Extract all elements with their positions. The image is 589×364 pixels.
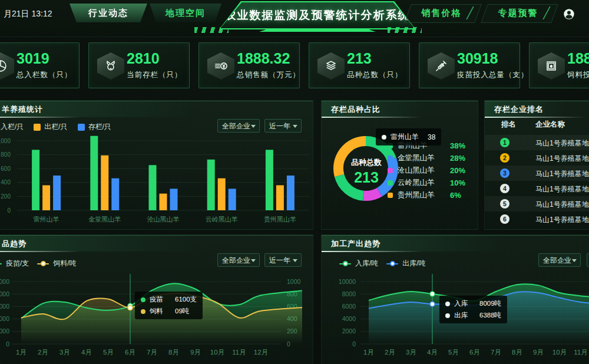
tab-geo-space[interactable]: 地理空间 bbox=[150, 4, 221, 22]
kpi-label: 品种总数（只） bbox=[347, 70, 403, 80]
bar-chart-legend: 入栏/只出栏/只存栏/只 bbox=[0, 122, 111, 132]
app-title-banner: 农业数据监测及预警统计分析系统 bbox=[219, 1, 416, 29]
donut-tooltip: 雷州山羊 38 bbox=[376, 128, 441, 145]
user-avatar-icon[interactable] bbox=[562, 8, 575, 21]
tab-label: 行业动态 bbox=[88, 8, 128, 18]
tooltip-dot bbox=[445, 302, 450, 306]
panel-title: 存栏企业排名 bbox=[485, 101, 589, 117]
layers-icon bbox=[317, 52, 345, 80]
panel-supply-trend: 品趋势 疫苗/支饲料/吨 全部企业 近一年 002000200400040060… bbox=[0, 234, 313, 364]
panel-stock-company-ranking: 存栏企业排名 排名 企业名称 1马山1号养殖基地2马山1号养殖基地3马山1号养殖… bbox=[484, 100, 589, 230]
tooltip-dot bbox=[141, 297, 145, 302]
filter-time-dropdown-clipped[interactable] bbox=[587, 253, 589, 267]
goat-icon bbox=[97, 52, 124, 80]
kpi-card: 2810当前存栏（只） bbox=[88, 42, 190, 88]
tooltip-row: 入库 8009吨 bbox=[445, 299, 501, 308]
panel-stock-breed-share: 存栏品种占比 品种总数 213 雷州山羊38%金堂黑山羊28%沧山黑山羊20%云… bbox=[321, 100, 478, 230]
tooltip-row: 出库 6388吨 bbox=[445, 311, 501, 320]
filter-company-dropdown[interactable]: 全部企业 bbox=[217, 253, 260, 267]
legend-line-marker bbox=[37, 263, 49, 264]
legend-label: 沧山黑山羊 bbox=[398, 166, 435, 176]
svg-text:8月: 8月 bbox=[512, 349, 522, 356]
svg-text:11月: 11月 bbox=[574, 349, 587, 356]
legend-percent: 28% bbox=[450, 154, 465, 163]
company-name: 马山1号养殖基地 bbox=[535, 154, 589, 164]
tooltip-dot bbox=[382, 135, 386, 140]
svg-text:贵州黑山羊: 贵州黑山羊 bbox=[264, 216, 296, 223]
legend-swatch bbox=[34, 124, 41, 131]
svg-text:0: 0 bbox=[7, 207, 11, 214]
app-title: 农业数据监测及预警统计分析系统 bbox=[220, 2, 415, 28]
syringe-icon bbox=[428, 52, 455, 80]
svg-text:400: 400 bbox=[1, 179, 11, 186]
legend-percent: 38% bbox=[450, 141, 465, 150]
svg-text:雷州山羊: 雷州山羊 bbox=[34, 216, 59, 223]
panel-header: 羊养殖统计 bbox=[0, 101, 313, 117]
svg-text:4月: 4月 bbox=[81, 349, 92, 356]
legend-item[interactable]: 存栏/只 bbox=[78, 122, 111, 132]
legend-swatch bbox=[388, 193, 393, 198]
kpi-label: 饲料投入 bbox=[567, 70, 589, 80]
legend-percent: 10% bbox=[450, 178, 465, 187]
coins-icon bbox=[207, 52, 234, 80]
tab-topic-warning[interactable]: 专题预警 bbox=[484, 8, 552, 19]
legend-item[interactable]: 出栏/只 bbox=[34, 122, 67, 132]
svg-text:200: 200 bbox=[1, 193, 11, 200]
tooltip-name: 雷州山羊 bbox=[391, 132, 419, 142]
donut-center-label: 品种总数 213 bbox=[333, 157, 399, 186]
kpi-card: 1888.32总销售额（万元） bbox=[198, 42, 300, 88]
legend-item[interactable]: 入库/吨 bbox=[339, 259, 378, 269]
legend-item[interactable]: 疫苗/支 bbox=[0, 259, 29, 269]
svg-text:6月: 6月 bbox=[469, 349, 480, 356]
legend-label: 存栏/只 bbox=[88, 122, 111, 132]
tooltip-row: 疫苗 6100支 bbox=[141, 295, 197, 304]
panel-header: 加工产出趋势 bbox=[322, 235, 589, 252]
filter-company-dropdown[interactable]: 全部企业 bbox=[538, 253, 581, 267]
app-title-banner-inner: 农业数据监测及预警统计分析系统 bbox=[220, 2, 415, 28]
legend-line-marker bbox=[0, 263, 2, 264]
donut-center-value: 213 bbox=[333, 169, 399, 186]
svg-text:1000: 1000 bbox=[287, 278, 301, 285]
svg-text:8000: 8000 bbox=[342, 290, 356, 297]
kpi-value: 2810 bbox=[127, 50, 160, 67]
legend-item[interactable]: 入栏/只 bbox=[0, 122, 24, 132]
svg-text:沧山黑山羊: 沧山黑山羊 bbox=[147, 216, 180, 223]
ranking-row: 1马山1号养殖基地 bbox=[485, 135, 589, 150]
tab-industry-news[interactable]: 行业动态 bbox=[70, 4, 147, 22]
panel-sheep-breeding-stats: 羊养殖统计 入栏/只出栏/只存栏/只 全部企业 近一年 020040060080… bbox=[0, 100, 313, 230]
legend-line-marker bbox=[386, 263, 398, 264]
filter-company-dropdown[interactable]: 全部企业 bbox=[217, 119, 260, 133]
svg-text:8月: 8月 bbox=[168, 349, 179, 356]
breeding-bar-chart[interactable]: 02004006008001000雷州山羊金堂黑山羊沧山黑山羊云岭黑山羊贵州黑山… bbox=[0, 135, 314, 229]
legend-item[interactable]: 饲料/吨 bbox=[37, 259, 76, 269]
panel-header: 存栏企业排名 bbox=[485, 101, 589, 117]
filter-time-dropdown[interactable]: 近一年 bbox=[264, 253, 302, 267]
tab-sales-price[interactable]: 销售价格 bbox=[408, 8, 475, 19]
panel-header: 品趋势 bbox=[0, 235, 313, 252]
kpi-value: 3019 bbox=[16, 50, 49, 67]
svg-text:0: 0 bbox=[6, 340, 9, 348]
svg-text:9月: 9月 bbox=[190, 349, 201, 356]
panel-title: 存栏品种占比 bbox=[322, 101, 478, 117]
rank-badge: 2 bbox=[500, 153, 509, 163]
column-company: 企业名称 bbox=[535, 120, 565, 130]
ranking-row: 5马山1号养殖基地 bbox=[485, 196, 589, 211]
filter-time-dropdown[interactable]: 近一年 bbox=[264, 119, 302, 133]
svg-text:2000: 2000 bbox=[342, 327, 356, 335]
svg-text:6000: 6000 bbox=[342, 303, 356, 310]
legend-item[interactable]: 出库/吨 bbox=[386, 259, 425, 269]
svg-text:金堂黑山羊: 金堂黑山羊 bbox=[88, 216, 121, 223]
feed-bag-icon bbox=[538, 52, 565, 80]
legend-label: 入栏/只 bbox=[1, 122, 24, 132]
svg-text:2月: 2月 bbox=[38, 349, 48, 356]
donut-legend-item[interactable]: 贵州黑山羊6% bbox=[388, 189, 435, 201]
kpi-label: 疫苗投入总量（支） bbox=[457, 70, 529, 80]
ranking-row: 2马山1号养殖基地 bbox=[485, 150, 589, 166]
svg-text:800: 800 bbox=[1, 151, 11, 158]
legend-percent: 6% bbox=[450, 191, 461, 200]
pie-chart-icon bbox=[0, 52, 14, 80]
tooltip-row: 饲料 09吨 bbox=[141, 307, 197, 316]
panel-title: 品趋势 bbox=[0, 236, 313, 252]
legend-label: 出库/吨 bbox=[402, 259, 425, 269]
svg-text:10月: 10月 bbox=[210, 349, 224, 356]
